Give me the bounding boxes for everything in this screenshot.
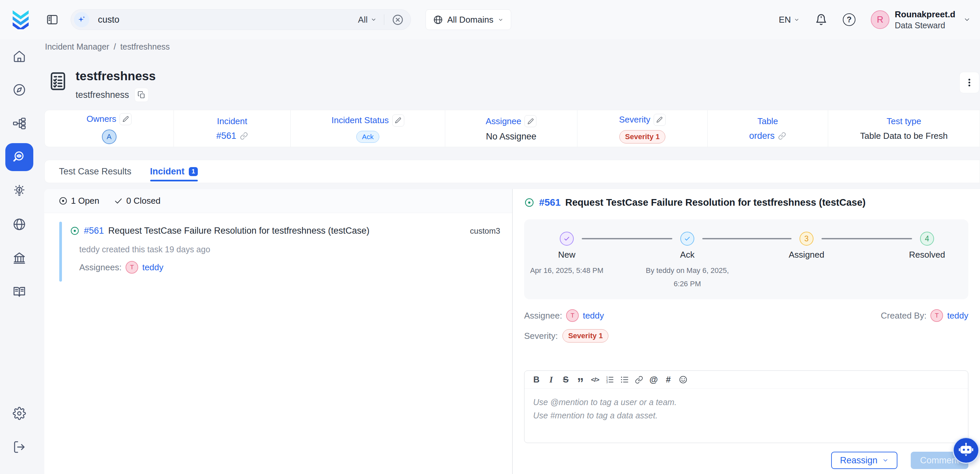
nav-lineage[interactable] bbox=[5, 110, 33, 137]
step-label: Assigned bbox=[789, 250, 824, 260]
nav-explore[interactable] bbox=[5, 76, 33, 104]
open-incident-icon bbox=[70, 226, 80, 236]
user-menu[interactable]: R Rounakpreet.d Data Steward bbox=[871, 9, 955, 30]
assignee-link[interactable]: teddy bbox=[142, 262, 164, 273]
code-icon[interactable]: </> bbox=[588, 372, 602, 387]
table-link[interactable]: orders bbox=[749, 131, 775, 141]
strikethrough-icon[interactable]: S bbox=[558, 372, 573, 387]
assignee-link[interactable]: teddy bbox=[583, 310, 604, 321]
all-domains-label: All Domains bbox=[447, 14, 493, 25]
insights-icon bbox=[13, 184, 26, 197]
comment-editor: B I S ” </> 1 2 3 bbox=[524, 371, 968, 443]
global-search-bar[interactable]: custo All bbox=[71, 9, 411, 30]
nav-home[interactable] bbox=[5, 42, 33, 70]
status-badge: Ack bbox=[356, 131, 379, 143]
open-incident-icon bbox=[524, 197, 535, 208]
incident-list-item[interactable]: #561 Request TestCase Failure Resolution… bbox=[59, 222, 500, 282]
owner-avatar[interactable]: A bbox=[102, 129, 116, 144]
step-new: New Apr 16, 2025, 5:48 PM bbox=[523, 232, 610, 277]
compass-icon bbox=[13, 83, 26, 97]
search-scope-dropdown[interactable]: All bbox=[358, 14, 377, 25]
step-check-icon bbox=[560, 232, 574, 246]
incident-title: Request TestCase Failure Resolution for … bbox=[565, 197, 866, 208]
editor-placeholder-line2: Use #mention to tag a data asset. bbox=[533, 409, 959, 422]
summary-assignee: Assignee No Assignee bbox=[445, 110, 577, 147]
logout-icon bbox=[13, 441, 26, 454]
nav-insights[interactable] bbox=[5, 177, 33, 205]
emoji-icon[interactable] bbox=[676, 372, 690, 387]
language-dropdown[interactable]: EN bbox=[779, 14, 800, 25]
copy-button[interactable] bbox=[135, 88, 148, 102]
ai-sparkle-icon[interactable] bbox=[74, 12, 89, 27]
creator-link[interactable]: teddy bbox=[947, 310, 968, 321]
ordered-list-icon[interactable]: 1 2 3 bbox=[602, 372, 617, 387]
gear-icon bbox=[13, 407, 26, 420]
severity-badge: Severity 1 bbox=[619, 130, 665, 143]
incident-meta: teddy created this task 19 days ago bbox=[79, 245, 500, 254]
page-subtitle: testfreshness bbox=[76, 90, 129, 100]
detail-assignee: Assignee: T teddy bbox=[524, 309, 604, 322]
editor-placeholder-line1: Use @mention to tag a user or a team. bbox=[533, 396, 959, 409]
incident-label: Incident bbox=[217, 116, 247, 126]
step-check-icon bbox=[680, 232, 694, 246]
link-icon[interactable] bbox=[240, 132, 248, 140]
mention-icon[interactable]: @ bbox=[646, 372, 661, 387]
nav-settings[interactable] bbox=[5, 399, 33, 428]
more-menu-button[interactable] bbox=[959, 72, 979, 93]
chevron-down-icon bbox=[498, 17, 503, 23]
bank-icon bbox=[13, 251, 26, 265]
assignee-avatar: T bbox=[566, 309, 579, 322]
page-title: testfreshness bbox=[76, 69, 156, 83]
creator-avatar: T bbox=[931, 309, 943, 322]
breadcrumb-parent[interactable]: Incident Manager bbox=[45, 42, 109, 52]
edit-owners-button[interactable] bbox=[119, 113, 132, 125]
testcase-checklist-icon bbox=[48, 70, 68, 102]
sidebar-toggle-button[interactable] bbox=[46, 13, 59, 26]
top-bar: custo All All Domains EN ? R Rounakpreet… bbox=[0, 0, 980, 39]
pencil-icon bbox=[527, 118, 534, 124]
bullet-list-icon[interactable] bbox=[617, 372, 632, 387]
chevron-down-icon bbox=[882, 457, 889, 464]
step-timestamp: Apr 16, 2025, 5:48 PM bbox=[525, 264, 609, 277]
divider bbox=[384, 14, 384, 25]
nav-glossary[interactable] bbox=[5, 278, 33, 305]
nav-web[interactable] bbox=[5, 210, 33, 238]
detail-actions: Reassign Comment bbox=[524, 452, 968, 469]
summary-test-type: Test type Table Data to be Fresh bbox=[828, 110, 980, 147]
tab-label: Test Case Results bbox=[59, 167, 132, 177]
help-button[interactable]: ? bbox=[843, 13, 856, 26]
notifications-button[interactable] bbox=[815, 13, 827, 26]
search-input[interactable]: custo bbox=[98, 14, 358, 25]
bold-icon[interactable]: B bbox=[529, 372, 544, 387]
pencil-icon bbox=[123, 116, 129, 122]
reassign-button[interactable]: Reassign bbox=[831, 452, 897, 469]
incident-id-link[interactable]: #561 bbox=[216, 131, 236, 141]
tab-incident[interactable]: Incident 1 bbox=[150, 160, 198, 183]
link-icon[interactable] bbox=[778, 132, 786, 140]
italic-icon[interactable]: I bbox=[544, 372, 558, 387]
nav-logout[interactable] bbox=[5, 433, 33, 461]
hashtag-icon[interactable]: # bbox=[661, 372, 676, 387]
blockquote-icon[interactable]: ” bbox=[573, 372, 588, 387]
nav-governance[interactable] bbox=[5, 244, 33, 272]
all-domains-dropdown[interactable]: All Domains bbox=[426, 9, 511, 30]
comment-input[interactable]: Use @mention to tag a user or a team. Us… bbox=[525, 389, 968, 443]
user-menu-chevron-icon[interactable] bbox=[963, 16, 970, 23]
edit-status-button[interactable] bbox=[392, 115, 404, 126]
user-role: Data Steward bbox=[895, 21, 955, 30]
incident-summary-bar: Owners A Incident #561 Incident Status bbox=[44, 110, 980, 147]
tab-test-case-results[interactable]: Test Case Results bbox=[59, 160, 132, 183]
edit-severity-button[interactable] bbox=[654, 114, 666, 126]
content-panels: 1 Open 0 Closed #561 Request TestCase Fa… bbox=[44, 189, 980, 474]
link-icon[interactable] bbox=[632, 372, 646, 387]
app-logo-icon[interactable] bbox=[10, 9, 31, 30]
edit-assignee-button[interactable] bbox=[525, 115, 536, 127]
nav-data-quality[interactable] bbox=[5, 143, 33, 171]
chevron-down-icon bbox=[371, 17, 377, 23]
circle-x-icon bbox=[391, 14, 404, 26]
svg-text:3: 3 bbox=[606, 380, 608, 384]
search-clear-button[interactable] bbox=[391, 14, 404, 26]
incident-id-link[interactable]: #561 bbox=[539, 197, 561, 208]
incident-id-link[interactable]: #561 bbox=[84, 226, 104, 236]
chatbot-button[interactable] bbox=[953, 437, 979, 464]
